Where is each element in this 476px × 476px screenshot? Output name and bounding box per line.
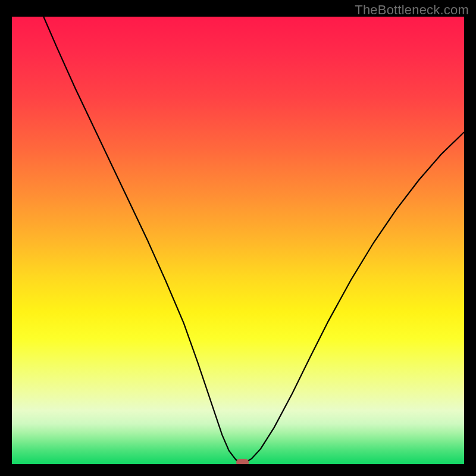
bottleneck-curve (12, 17, 464, 464)
curve-path (43, 17, 464, 463)
optimum-marker (237, 459, 249, 464)
plot-area (12, 17, 464, 464)
watermark-text: TheBottleneck.com (355, 2, 469, 18)
chart-frame: TheBottleneck.com (0, 0, 476, 476)
